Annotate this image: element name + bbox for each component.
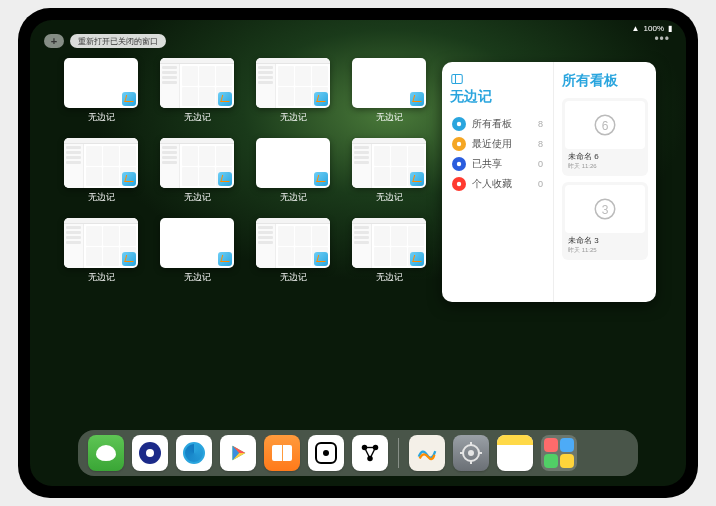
bezel: ▲ 100% ▮ + 重新打开已关闭的窗口 ••• 无边记无边记无边记无边记无边… xyxy=(18,8,698,498)
dock-app-books[interactable] xyxy=(264,435,300,471)
svg-line-18 xyxy=(365,448,371,459)
expose-window[interactable]: 无边记 xyxy=(156,138,238,206)
content-area: 无边记无边记无边记无边记无边记无边记无边记无边记无边记无边记无边记无边记 无边记… xyxy=(60,58,656,426)
expose-window[interactable]: 无边记 xyxy=(252,138,334,206)
svg-rect-0 xyxy=(452,75,463,84)
window-thumbnail[interactable] xyxy=(352,218,426,268)
window-label: 无边记 xyxy=(88,111,115,124)
board-card[interactable]: 6未命名 6昨天 11:26 xyxy=(562,98,648,176)
board-name: 未命名 6 xyxy=(568,151,642,162)
window-thumbnail[interactable] xyxy=(160,138,234,188)
window-thumbnail[interactable] xyxy=(64,138,138,188)
dock-app-settings[interactable] xyxy=(453,435,489,471)
window-thumbnail[interactable] xyxy=(160,218,234,268)
window-label: 无边记 xyxy=(376,271,403,284)
dock-app-circle-blue[interactable] xyxy=(132,435,168,471)
dock-app-freeform[interactable] xyxy=(409,435,445,471)
top-bar: + 重新打开已关闭的窗口 xyxy=(44,34,166,48)
freeform-app-icon xyxy=(410,92,424,106)
new-window-button[interactable]: + xyxy=(44,34,64,48)
window-label: 无边记 xyxy=(280,271,307,284)
nav-icon xyxy=(452,137,466,151)
dock-app-library[interactable] xyxy=(541,435,577,471)
svg-point-21 xyxy=(468,450,474,456)
window-thumbnail[interactable] xyxy=(352,138,426,188)
board-name: 未命名 3 xyxy=(568,235,642,246)
expose-window[interactable]: 无边记 xyxy=(348,218,430,286)
expose-window[interactable]: 无边记 xyxy=(252,218,334,286)
sidebar-item[interactable]: 所有看板8 xyxy=(450,114,545,134)
svg-point-5 xyxy=(457,182,461,186)
board-time: 昨天 11:26 xyxy=(568,162,642,171)
expose-window[interactable]: 无边记 xyxy=(60,218,142,286)
sidebar-toggle-icon[interactable] xyxy=(450,72,464,86)
freeform-app-icon xyxy=(122,172,136,186)
dock-app-nodes[interactable] xyxy=(352,435,388,471)
window-grid: 无边记无边记无边记无边记无边记无边记无边记无边记无边记无边记无边记无边记 xyxy=(60,58,430,426)
dock-app-dice[interactable] xyxy=(308,435,344,471)
window-thumbnail[interactable] xyxy=(352,58,426,108)
nav-count: 0 xyxy=(538,179,543,189)
svg-point-2 xyxy=(457,122,461,126)
expose-window[interactable]: 无边记 xyxy=(348,138,430,206)
screen: ▲ 100% ▮ + 重新打开已关闭的窗口 ••• 无边记无边记无边记无边记无边… xyxy=(30,20,686,486)
expose-window[interactable]: 无边记 xyxy=(156,58,238,126)
freeform-app-icon xyxy=(122,92,136,106)
more-icon[interactable]: ••• xyxy=(654,32,670,46)
nav-count: 8 xyxy=(538,139,543,149)
window-label: 无边记 xyxy=(184,111,211,124)
dock-app-notes[interactable] xyxy=(497,435,533,471)
freeform-app-icon xyxy=(314,252,328,266)
sidebar-item[interactable]: 个人收藏0 xyxy=(450,174,545,194)
reopen-closed-window-pill[interactable]: 重新打开已关闭的窗口 xyxy=(70,34,166,48)
panel-main-title: 所有看板 xyxy=(562,72,648,90)
dock-app-wechat[interactable] xyxy=(88,435,124,471)
ipad-device: ▲ 100% ▮ + 重新打开已关闭的窗口 ••• 无边记无边记无边记无边记无边… xyxy=(0,0,716,506)
expose-window[interactable]: 无边记 xyxy=(348,58,430,126)
board-canvas: 3 xyxy=(565,185,645,233)
window-thumbnail[interactable] xyxy=(160,58,234,108)
panel-sidebar: 无边记 所有看板8最近使用8已共享0个人收藏0 xyxy=(442,62,554,302)
window-thumbnail[interactable] xyxy=(256,58,330,108)
freeform-app-icon xyxy=(410,252,424,266)
svg-text:3: 3 xyxy=(602,203,609,217)
panel-main: 所有看板 6未命名 6昨天 11:263未命名 3昨天 11:25 xyxy=(554,62,656,302)
window-label: 无边记 xyxy=(184,271,211,284)
window-label: 无边记 xyxy=(280,111,307,124)
window-thumbnail[interactable] xyxy=(64,218,138,268)
nav-icon xyxy=(452,117,466,131)
svg-point-3 xyxy=(457,142,461,146)
sidebar-item[interactable]: 最近使用8 xyxy=(450,134,545,154)
freeform-app-icon xyxy=(218,92,232,106)
dock-app-qqbrowser[interactable] xyxy=(176,435,212,471)
window-thumbnail[interactable] xyxy=(64,58,138,108)
window-label: 无边记 xyxy=(88,191,115,204)
expose-window[interactable]: 无边记 xyxy=(60,58,142,126)
window-label: 无边记 xyxy=(376,111,403,124)
nav-label: 最近使用 xyxy=(472,137,512,151)
window-thumbnail[interactable] xyxy=(256,138,330,188)
dock xyxy=(78,430,638,476)
app-panel: 无边记 所有看板8最近使用8已共享0个人收藏0 所有看板 6未命名 6昨天 11… xyxy=(442,62,656,302)
nav-icon xyxy=(452,157,466,171)
freeform-app-icon xyxy=(218,172,232,186)
dock-app-play[interactable] xyxy=(220,435,256,471)
nav-label: 个人收藏 xyxy=(472,177,512,191)
freeform-app-icon xyxy=(218,252,232,266)
expose-window[interactable]: 无边记 xyxy=(60,138,142,206)
window-label: 无边记 xyxy=(280,191,307,204)
sidebar-item[interactable]: 已共享0 xyxy=(450,154,545,174)
svg-point-4 xyxy=(457,162,461,166)
freeform-app-icon xyxy=(122,252,136,266)
window-label: 无边记 xyxy=(376,191,403,204)
expose-window[interactable]: 无边记 xyxy=(252,58,334,126)
nav-count: 8 xyxy=(538,119,543,129)
board-canvas: 6 xyxy=(565,101,645,149)
board-card[interactable]: 3未命名 3昨天 11:25 xyxy=(562,182,648,260)
nav-icon xyxy=(452,177,466,191)
dock-separator xyxy=(398,438,399,468)
nav-label: 所有看板 xyxy=(472,117,512,131)
expose-window[interactable]: 无边记 xyxy=(156,218,238,286)
window-thumbnail[interactable] xyxy=(256,218,330,268)
freeform-app-icon xyxy=(410,172,424,186)
